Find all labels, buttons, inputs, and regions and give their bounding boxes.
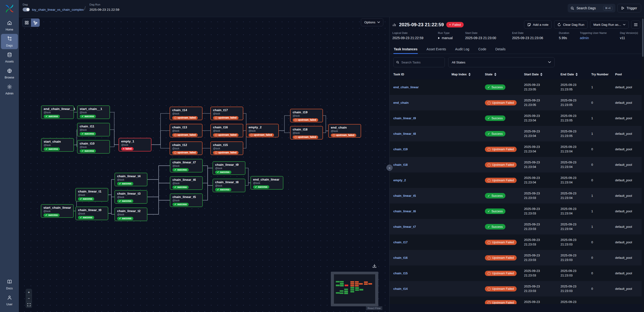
task-id-link[interactable]: chain_linear_t9 — [393, 116, 452, 120]
tab-audit-log[interactable]: Audit Log — [454, 45, 470, 54]
graph-node-chain_linear_t4[interactable]: chain_linear_t4@task✓success — [114, 173, 148, 186]
graph-minimap[interactable] — [331, 272, 378, 306]
graph-node-empty_2[interactable]: empty_2@task↑upstream_failed — [246, 124, 279, 138]
sort-icon[interactable] — [468, 73, 470, 76]
task-id-link[interactable]: chain_t14 — [393, 287, 452, 290]
graph-node-chain_t10[interactable]: chain_t10@task✓success — [77, 140, 110, 154]
graph-node-chain_linear_t2[interactable]: chain_linear_t2@task✓success — [114, 208, 148, 221]
graph-node-chain_t15[interactable]: chain_t15@task↑upstream_failed — [210, 142, 243, 155]
sidebar-item-home[interactable]: Home — [1, 18, 18, 33]
dag-pause-toggle[interactable] — [23, 8, 30, 12]
task-id-link[interactable]: chain_linear_t5 — [393, 194, 452, 198]
graph-node-chain_t19[interactable]: chain_t19@task↑upstream_failed — [290, 109, 323, 122]
graph-node-chain_t18[interactable]: chain_t18@task↑upstream_failed — [290, 126, 323, 140]
zoom-out-button[interactable]: − — [26, 295, 32, 302]
graph-node-start_chain[interactable]: start_chain@task✓success — [41, 138, 74, 152]
task-id-link[interactable]: chain_t15 — [393, 272, 452, 275]
dag-name-link[interactable]: toy_chain_linear_vs_chain_complex — [32, 8, 84, 12]
sidebar-item-dags[interactable]: Dags — [1, 34, 18, 49]
fit-view-button[interactable] — [26, 302, 32, 308]
search-dags-button[interactable]: Search Dags ⌘+K — [568, 4, 616, 12]
tab-details[interactable]: Details — [495, 45, 506, 54]
node-operator-label: @task — [172, 164, 200, 167]
sidebar-item-user[interactable]: User — [1, 293, 18, 308]
trigger-button[interactable]: Trigger — [617, 4, 641, 12]
task-id-link[interactable]: chain_t19 — [393, 148, 452, 151]
check-icon: ✓ — [174, 168, 176, 171]
add-note-button[interactable]: Add a note — [524, 20, 552, 28]
tab-asset-events[interactable]: Asset Events — [426, 45, 446, 54]
clear-dag-run-button[interactable]: Clear Dag Run — [554, 20, 588, 28]
meta-value: 2025-09-23 21:23:06 — [512, 36, 559, 40]
meta-value[interactable]: admin — [580, 36, 620, 40]
airflow-logo[interactable] — [0, 0, 19, 17]
node-title: chain_linear_t4 — [117, 174, 145, 178]
task-id-link[interactable]: chain_t16 — [393, 256, 452, 260]
sort-icon[interactable] — [576, 73, 578, 76]
task-id-link[interactable]: empty_2 — [393, 178, 452, 182]
sidebar-item-label: Dags — [6, 44, 13, 47]
sidebar-item-browse[interactable]: Browse — [1, 66, 18, 81]
column-header-map-index: Map Index — [452, 72, 485, 76]
graph-node-start_chain__1[interactable]: start_chain__1@task✓success — [77, 106, 110, 119]
sidebar-item-docs[interactable]: Docs — [1, 277, 18, 292]
graph-node-chain_linear_t5[interactable]: chain_linear_t5@task✓success — [170, 194, 203, 207]
graph-node-end_chain[interactable]: end_chain@task↑upstream_failed — [328, 124, 361, 138]
graph-node-chain_t14[interactable]: chain_t14@task↑upstream_failed — [170, 106, 202, 120]
download-graph-button[interactable] — [371, 263, 378, 269]
upstream-failed-icon: ↑ — [488, 148, 491, 151]
graph-node-chain_t11[interactable]: chain_t11@task✓success — [77, 123, 110, 136]
graph-node-chain_linear_t3[interactable]: chain_linear_t3@task✓success — [114, 190, 148, 204]
zoom-in-button[interactable]: + — [26, 289, 32, 295]
graph-node-end_chain_linear__1[interactable]: end_chain_linear__1@task✓success — [41, 106, 74, 119]
end-date-cell: 2025-09-2321:23:05 — [560, 83, 591, 92]
search-tasks-input[interactable] — [401, 60, 442, 64]
graph-node-start_chain_linear[interactable]: start_chain_linear@task✓success — [41, 204, 74, 218]
graph-node-chain_t17[interactable]: chain_t17@task↑upstream_failed — [210, 106, 243, 120]
minimap-node — [359, 283, 363, 284]
search-tasks-field[interactable] — [393, 57, 445, 67]
graph-node-chain_linear_t9[interactable]: chain_linear_t9@task✓success — [212, 161, 246, 175]
tab-task-instances[interactable]: Task Instances — [393, 45, 418, 54]
graph-node-chain_linear_t7[interactable]: chain_linear_t7@task✓success — [170, 159, 203, 172]
state-filter-select[interactable]: All States — [448, 57, 554, 67]
task-id-link[interactable]: chain_linear_t6 — [393, 210, 452, 213]
graph-node-chain_linear_t8[interactable]: chain_linear_t8@task✓success — [212, 179, 246, 192]
sort-icon[interactable] — [540, 73, 542, 76]
sidebar-item-admin[interactable]: Admin — [1, 82, 18, 97]
panel-menu-button[interactable] — [631, 20, 640, 28]
start-date-cell: 2025-09-2321:23:03 — [524, 284, 560, 294]
mark-dag-run-as-button[interactable]: Mark Dag Run as... — [590, 20, 629, 28]
task-id-link[interactable]: chain_t17 — [393, 240, 452, 244]
node-title: end_chain_linear — [253, 178, 281, 181]
task-id-link[interactable]: chain_linear_t8 — [393, 132, 452, 136]
graph-node-chain_linear_t1[interactable]: chain_linear_t1@task✓success — [75, 188, 108, 202]
graph-node-empty_1[interactable]: empty_1@task×failed — [118, 138, 152, 152]
pool-cell: default_pool — [615, 287, 640, 290]
tab-code[interactable]: Code — [478, 45, 486, 54]
graph-node-chain_t12[interactable]: chain_t12@task↑upstream_failed — [170, 142, 202, 155]
graph-node-end_chain_linear[interactable]: end_chain_linear@task✓success — [250, 176, 283, 190]
check-icon: ✓ — [80, 216, 82, 219]
graph-node-chain_t13[interactable]: chain_t13@task↑upstream_failed — [170, 124, 202, 138]
page-scrollbar[interactable] — [642, 17, 644, 312]
task-id-link[interactable]: chain_t18 — [393, 163, 452, 166]
check-icon: ✓ — [488, 194, 490, 198]
task-id-link[interactable]: end_chain_linear — [393, 86, 452, 89]
graph-edges — [19, 17, 389, 312]
sort-icon[interactable] — [494, 73, 496, 76]
task-id-link[interactable]: chain_linear_t7 — [393, 225, 452, 228]
graph-node-chain_linear_t6[interactable]: chain_linear_t6@task✓success — [170, 176, 203, 190]
graph-node-chain_linear_t0[interactable]: chain_linear_t0@task✓success — [75, 206, 108, 220]
meta-value: 2025-09-23 21:23:00 — [465, 36, 512, 40]
sidebar-item-assets[interactable]: Assets — [1, 50, 18, 65]
state-cell: ↑Upstream Failed — [485, 255, 524, 260]
graph-node-chain_t16[interactable]: chain_t16@task↑upstream_failed — [210, 124, 243, 138]
scrollbar-thumb[interactable] — [642, 18, 644, 57]
fit-view-icon — [28, 303, 30, 306]
check-icon: ✓ — [82, 115, 84, 118]
state-badge-success: ✓Success — [485, 224, 506, 230]
task-id-link[interactable]: end_chain — [393, 101, 452, 104]
meta-label: Logical Date — [392, 32, 438, 34]
panel-collapse-handle[interactable]: » — [386, 164, 392, 171]
